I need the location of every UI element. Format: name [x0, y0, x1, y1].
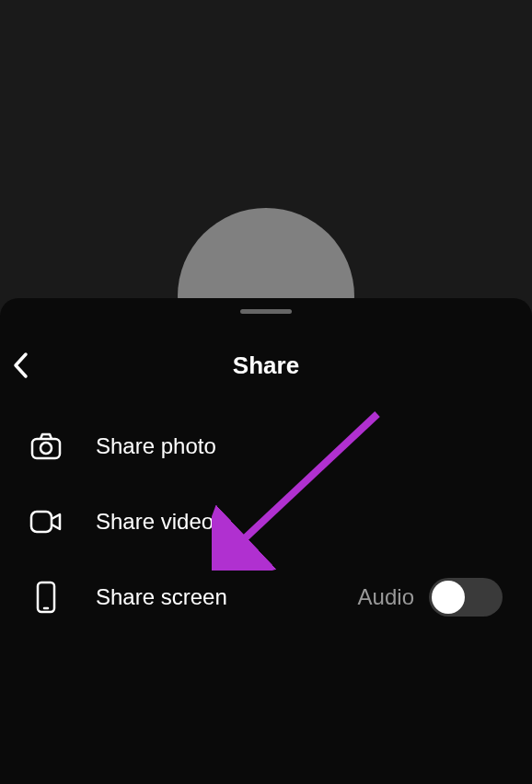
audio-control: Audio — [358, 578, 503, 617]
share-photo-option[interactable]: Share photo — [0, 409, 532, 484]
phone-icon — [29, 581, 63, 614]
share-screen-option[interactable]: Share screen Audio — [0, 559, 532, 635]
share-photo-label: Share photo — [96, 433, 503, 459]
audio-toggle[interactable] — [429, 578, 503, 617]
back-button[interactable] — [2, 347, 39, 384]
drag-handle[interactable] — [240, 309, 292, 314]
video-icon — [29, 505, 63, 538]
chevron-left-icon — [12, 352, 29, 379]
share-screen-label: Share screen — [96, 584, 358, 610]
audio-label: Audio — [358, 584, 414, 610]
svg-rect-2 — [31, 512, 52, 532]
share-sheet: Share Share photo Share video — [0, 298, 532, 784]
share-video-label: Share video — [96, 509, 503, 535]
share-video-option[interactable]: Share video — [0, 484, 532, 559]
share-options-list: Share photo Share video Share screen — [0, 409, 532, 635]
camera-icon — [29, 430, 63, 463]
toggle-knob — [432, 581, 465, 614]
sheet-title: Share — [0, 352, 532, 380]
svg-point-1 — [40, 443, 52, 454]
sheet-header: Share — [0, 342, 532, 388]
